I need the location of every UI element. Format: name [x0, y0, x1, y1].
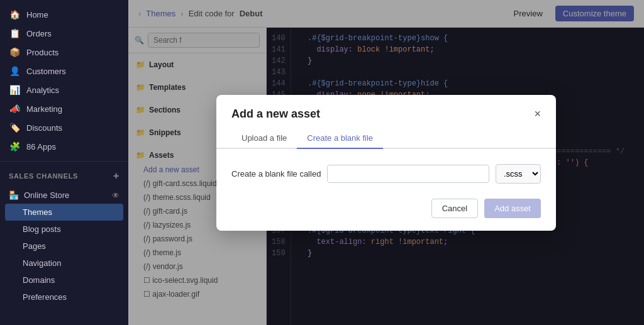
create-file-row: Create a blank file called .scss .css .j…: [231, 164, 541, 184]
apps-icon: 🧩: [9, 141, 20, 151]
modal-body: Create a blank file called .scss .css .j…: [216, 149, 556, 199]
sidebar-item-customers[interactable]: 👤 Customers: [0, 62, 128, 80]
sidebar-item-marketing[interactable]: 📣 Marketing: [0, 99, 128, 118]
sidebar: 🏠 Home 📋 Orders 📦 Products 👤 Customers 📊…: [0, 0, 128, 325]
sales-channels-label: SALES CHANNELS +: [0, 162, 128, 184]
sidebar-item-orders[interactable]: 📋 Orders: [0, 24, 128, 43]
customers-icon: 👤: [9, 66, 20, 76]
sidebar-item-home[interactable]: 🏠 Home: [0, 5, 128, 24]
sidebar-item-discounts[interactable]: 🏷️ Discounts: [0, 118, 128, 137]
sidebar-nav: 🏠 Home 📋 Orders 📦 Products 👤 Customers 📊…: [0, 0, 128, 162]
extension-select[interactable]: .scss .css .js .liquid: [496, 164, 541, 184]
add-asset-button[interactable]: Add asset: [484, 199, 541, 218]
sidebar-item-themes[interactable]: Themes: [5, 204, 123, 221]
orders-icon: 📋: [9, 28, 20, 38]
cancel-button[interactable]: Cancel: [431, 199, 478, 218]
add-sales-channel-button[interactable]: +: [113, 170, 119, 182]
modal-title: Add a new asset: [231, 107, 320, 121]
sidebar-item-pages[interactable]: Pages: [0, 238, 128, 255]
online-store-header[interactable]: 🏪 Online Store 👁: [0, 187, 128, 204]
tab-upload-file[interactable]: Upload a file: [231, 128, 297, 149]
add-asset-modal: Add a new asset × Upload a file Create a…: [216, 95, 556, 231]
modal-overlay[interactable]: Add a new asset × Upload a file Create a…: [128, 0, 644, 325]
home-icon: 🏠: [9, 9, 20, 19]
sidebar-item-apps[interactable]: 🧩 86 Apps: [0, 137, 128, 156]
sidebar-item-preferences[interactable]: Preferences: [0, 289, 128, 306]
eye-icon[interactable]: 👁: [112, 191, 119, 200]
sidebar-item-blog-posts[interactable]: Blog posts: [0, 221, 128, 238]
sidebar-item-navigation[interactable]: Navigation: [0, 255, 128, 272]
tab-create-blank[interactable]: Create a blank file: [297, 128, 383, 149]
create-label: Create a blank file called: [231, 169, 321, 179]
store-icon: 🏪: [9, 190, 19, 200]
online-store-group: 🏪 Online Store 👁 Themes Blog posts Pages…: [0, 184, 128, 308]
marketing-icon: 📣: [9, 104, 20, 114]
sidebar-item-domains[interactable]: Domains: [0, 272, 128, 289]
discounts-icon: 🏷️: [9, 123, 20, 133]
products-icon: 📦: [9, 47, 20, 57]
main-content: ‹ Themes › Edit code for Debut Preview C…: [128, 0, 644, 325]
modal-footer: Cancel Add asset: [216, 199, 556, 231]
modal-close-button[interactable]: ×: [534, 108, 541, 119]
modal-header: Add a new asset ×: [216, 95, 556, 128]
filename-input[interactable]: [327, 165, 489, 183]
sidebar-item-products[interactable]: 📦 Products: [0, 43, 128, 62]
analytics-icon: 📊: [9, 85, 20, 95]
sidebar-item-analytics[interactable]: 📊 Analytics: [0, 80, 128, 99]
modal-tabs: Upload a file Create a blank file: [216, 128, 556, 149]
